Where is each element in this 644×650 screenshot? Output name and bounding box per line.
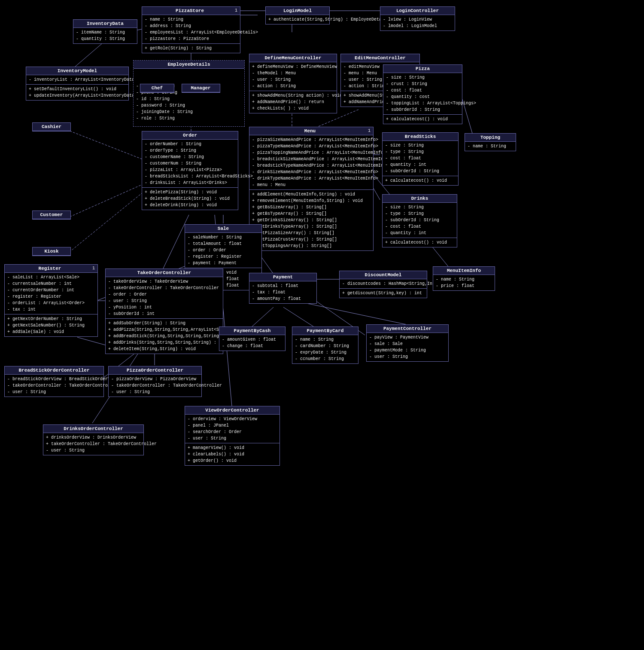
- paymentcontroller-title: PaymentController: [367, 325, 448, 333]
- breadstickordercontroller-title: BreadStickOrderController: [5, 366, 103, 375]
- menu-attrs: - pizzaSizeNameAndPrice : ArrayList<Menu…: [249, 135, 373, 190]
- customer-title: Customer: [33, 211, 70, 219]
- pizzaordercontroller-class: PizzaOrderController - pizzaOrderView : …: [108, 366, 202, 397]
- order-class: Order - orderNumber : String - orderType…: [142, 131, 238, 210]
- menu-class: Menu 1 - pizzaSizeNameAndPrice : ArrayLi…: [249, 127, 374, 251]
- takeordercontroller-attrs: - takeOrderView : TakeOrderView - takeOr…: [106, 277, 223, 319]
- payment-attrs: - subtotal : float - tax : float - amoun…: [249, 281, 316, 303]
- pizza-methods: + calculatecost() : void: [383, 115, 462, 124]
- paymentbycash-attrs: - amountGiven : float - change : float: [219, 335, 285, 351]
- inventorydata-title: InventoryData: [73, 20, 137, 28]
- viewordercontroller-class: ViewOrderController - orderview : ViewOr…: [185, 406, 280, 466]
- kiosk-class: Kiosk: [32, 247, 71, 256]
- svg-line-17: [262, 258, 273, 273]
- payment-title: Payment: [249, 273, 316, 281]
- breadsticks-methods: + calculatecost() : void: [383, 176, 458, 185]
- register-attrs: - saleList : ArrayList<Sale> - currentsa…: [5, 273, 97, 314]
- viewordercontroller-title: ViewOrderController: [185, 406, 279, 415]
- svg-line-22: [283, 307, 313, 327]
- definemenucontroller-methods: + showAddMenu(String action) : void + ad…: [249, 91, 337, 113]
- menuiteminfo-title: MenuItemInfo: [433, 267, 495, 275]
- logincontroller-title: LoginController: [380, 7, 455, 15]
- pizzastore-class: PizzaStore 1 - name : String - address :…: [142, 6, 240, 53]
- order-attrs: - orderNumber : String - orderType : Str…: [142, 140, 238, 188]
- drinks-methods: + calculatecost() : void: [383, 238, 457, 247]
- manager-class: Manager: [182, 84, 220, 93]
- drinksordercontroller-class: DrinksOrderController + drinksOrderView …: [43, 424, 144, 455]
- logincontroller-attrs: - lview : LoginView - lmodel : LoginMode…: [380, 15, 455, 31]
- pizzastore-attributes: - name : String - address : String - emp…: [142, 15, 240, 44]
- pizzaordercontroller-title: PizzaOrderController: [109, 366, 201, 375]
- employeedetails-class: EmployeeDetails Chef Manager - name : St…: [133, 60, 245, 127]
- paymentbycash-title: PaymentByCash: [219, 327, 285, 335]
- drinks-attrs: - size : String - type : String - subOrd…: [383, 203, 457, 238]
- discountmodel-class: DiscountModel - discountcodes : HashMap<…: [339, 271, 427, 298]
- svg-line-30: [67, 130, 142, 159]
- topping-title: Topping: [465, 134, 516, 142]
- order-methods: + deletePizza(String) : void + deleteBre…: [142, 188, 238, 210]
- loginmodel-class: LoginModel + authenticate(String,String)…: [265, 6, 330, 24]
- menuiteminfo-attrs: - name : String - price : float: [433, 275, 495, 290]
- svg-line-21: [252, 307, 273, 327]
- chef-class: Chef: [140, 84, 174, 93]
- pizzastore-label: PizzaStore: [176, 8, 204, 13]
- discountmodel-title: DiscountModel: [340, 271, 427, 279]
- drinksordercontroller-attrs: + drinksOrderView : DrinksOrderView + ta…: [43, 433, 143, 455]
- discountmodel-methods: + getdiscount(String,key) : int: [340, 289, 427, 298]
- pizzaordercontroller-attrs: - pizzaOrderView : PizzaOrderView - take…: [109, 375, 201, 397]
- cashier-title: Cashier: [33, 123, 70, 131]
- chef-title: Chef: [140, 84, 174, 92]
- paymentbycard-title: PaymentByCard: [292, 327, 358, 335]
- drinks-title: Drinks: [383, 195, 457, 203]
- paymentcontroller-attrs: - payView : PaymentView - sale : Sale - …: [367, 333, 448, 361]
- breadsticks-title: BreadSticks: [383, 133, 458, 141]
- definemenucontroller-attrs: + defineMenuView : DefineMenuView - theM…: [249, 62, 337, 91]
- breadsticks-class: BreadSticks - size : String - type : Str…: [382, 132, 459, 186]
- viewordercontroller-attrs: - orderview : ViewOrderView - panel : JP…: [185, 415, 279, 443]
- register-class: Register 1 - saleList : ArrayList<Sale> …: [4, 264, 98, 337]
- takeordercontroller-methods: + addSubOrder(String) : String + addPizz…: [106, 319, 223, 354]
- register-methods: + getNextOrderNumber : String + getNextS…: [5, 314, 97, 336]
- paymentbycash-class: PaymentByCash - amountGiven : float - ch…: [219, 327, 286, 351]
- logincontroller-class: LoginController - lview : LoginView - lm…: [380, 6, 455, 31]
- customer-class: Customer: [32, 211, 71, 220]
- drinksordercontroller-title: DrinksOrderController: [43, 425, 143, 433]
- pizza-class: Pizza - size : String - crust : String -…: [383, 64, 462, 124]
- manager-title: Manager: [182, 84, 220, 92]
- loginmodel-auth: + authenticate(String,String) : Employee…: [266, 15, 329, 24]
- pizzastore-methods: + getRole(String) : String: [142, 44, 240, 53]
- svg-line-3: [75, 41, 105, 67]
- topping-class: Topping - name : String: [465, 133, 516, 151]
- inventorydata-class: InventoryData - itemName : String - quan…: [73, 19, 137, 44]
- takeordercontroller-title: TakeOrderController: [106, 269, 223, 277]
- paymentcontroller-class: PaymentController - payView : PaymentVie…: [366, 324, 449, 362]
- order-title: Order: [142, 131, 238, 140]
- inventorymodel-methods: + setDefaultInventoryList() : void + upd…: [26, 85, 128, 100]
- definemenucontroller-class: DefineMenuController + defineMenuView : …: [249, 54, 337, 113]
- breadstickordercontroller-attrs: - breadStickOrderView : BreadStickOrderV…: [5, 375, 103, 397]
- editmenucontroller-title: EditMenuController: [341, 54, 419, 62]
- svg-line-31: [67, 185, 142, 218]
- kiosk-title: Kiosk: [33, 247, 70, 256]
- loginmodel-title: LoginModel: [266, 7, 329, 15]
- pizza-attrs: - size : String - crust : String - cost …: [383, 73, 462, 115]
- menu-title: Menu 1: [249, 127, 373, 135]
- definemenucontroller-title: DefineMenuController: [249, 54, 337, 62]
- drinks-class: Drinks - size : String - type : String -…: [382, 194, 457, 247]
- menuiteminfo-class: MenuItemInfo - name : String - price : f…: [433, 266, 495, 291]
- breadstickordercontroller-class: BreadStickOrderController - breadStickOr…: [4, 366, 104, 397]
- sale-attrs: - saleNumber : String - totalAmount : fl…: [185, 233, 261, 268]
- sale-title: Sale: [185, 225, 261, 233]
- cashier-class: Cashier: [32, 122, 71, 131]
- menu-methods: + addElement(MenuItemInfo,String) : void…: [249, 190, 373, 250]
- employeedetails-title: EmployeeDetails: [134, 61, 244, 69]
- pizzastore-title: PizzaStore 1: [142, 7, 240, 15]
- viewordercontroller-methods: + managerView() : void + clearLabels() :…: [185, 443, 279, 465]
- paymentbycard-class: PaymentByCard - name : String - cardNumb…: [292, 327, 358, 364]
- payment-class: Payment - subtotal : float - tax : float…: [249, 273, 317, 304]
- pizzastore-multiplicity: 1: [235, 8, 237, 13]
- takeordercontroller-class: TakeOrderController - takeOrderView : Ta…: [105, 269, 223, 354]
- breadsticks-attrs: - size : String - type : String - cost :…: [383, 141, 458, 176]
- inventorymodel-title: InventoryModel: [26, 67, 128, 75]
- svg-line-32: [67, 193, 142, 254]
